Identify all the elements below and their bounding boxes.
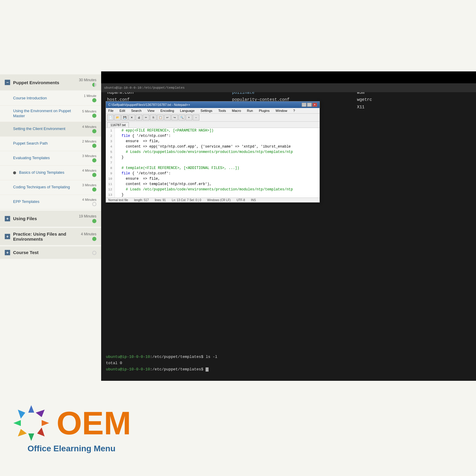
file-wgetrc: wgetrc — [357, 96, 470, 103]
lesson-evaluating-templates[interactable]: Evaluating Templates 3 Minutes — [0, 151, 101, 166]
section-meta-course-test — [92, 250, 96, 255]
lesson-progress-environment-puppet-master — [92, 114, 96, 118]
menu-search[interactable]: Search — [130, 109, 143, 113]
progress-dot-course-test — [92, 251, 96, 255]
menu-encoding[interactable]: Encoding — [159, 109, 175, 113]
maximize-button[interactable]: □ — [307, 103, 312, 107]
lesson-puppet-search-path[interactable]: Puppet Search Path 2 Minutes — [0, 137, 101, 151]
lesson-title-basics-using-templates: Basics of Using Templates — [19, 170, 80, 175]
section-puppet-environments[interactable]: − Puppet Environments 30 Minutes — [0, 74, 101, 90]
statusbar-ins: INS — [251, 198, 256, 202]
lesson-meta-course-introduction: 1 Minute — [84, 94, 96, 102]
lesson-epp-templates[interactable]: EPP Templates 4 Minutes — [0, 195, 101, 209]
tab-file[interactable]: 116787.txt — [107, 122, 129, 128]
notepad-titlebar: C:\SelfpathVpuppetFilesV136787/16787.txt… — [106, 101, 320, 108]
lesson-title-evaluating-templates: Evaluating Templates — [13, 156, 80, 161]
progress-dot-using-files — [92, 219, 96, 223]
toolbar-redo[interactable]: ↪ — [171, 115, 178, 120]
code-line-11: 11 content => template('ntp/ntp.conf.erb… — [106, 181, 320, 187]
lesson-time-epp-templates: 4 Minutes — [82, 198, 96, 201]
minimize-button[interactable]: _ — [302, 103, 306, 107]
section-course-test[interactable]: + Course Test — [0, 246, 101, 259]
code-line-3: 3 ensure => file, — [106, 139, 320, 144]
toggle-icon-using-files[interactable]: + — [5, 216, 10, 221]
lesson-course-introduction[interactable]: Course Introduction 1 Minute — [0, 91, 101, 106]
svg-marker-0 — [28, 405, 34, 413]
toolbar-zoom-in[interactable]: + — [186, 115, 192, 120]
logo-subtitle: Office Elearning Menu — [27, 444, 115, 453]
menu-run[interactable]: Run — [246, 109, 254, 113]
lesson-title-puppet-search-path: Puppet Search Path — [13, 141, 80, 146]
progress-dot-practice — [92, 237, 96, 241]
lesson-environment-puppet-master[interactable]: Using the Environment on Puppet Master 5… — [0, 106, 101, 122]
toggle-icon-course-test[interactable]: + — [5, 250, 10, 255]
lesson-meta-setting-client-environment: 4 Minutes — [82, 125, 96, 133]
toggle-icon-practice[interactable]: + — [5, 234, 10, 239]
lesson-basics-using-templates[interactable]: Basics of Using Templates 4 Minutes — [0, 166, 101, 180]
toolbar-new[interactable]: 📄 — [107, 115, 114, 120]
toolbar-cut[interactable]: ✂ — [143, 115, 149, 120]
lesson-time-environment-puppet-master: 5 Minutes — [82, 109, 96, 113]
logo-row: OEM — [12, 404, 131, 442]
close-button[interactable]: ✕ — [312, 103, 317, 107]
terminal-line-3: ubuntu@ip-10-0-0-10:/etc/puppet/template… — [106, 367, 471, 373]
terminal-bottom: ubuntu@ip-10-0-0-10:/etc/puppet/template… — [101, 351, 476, 381]
toolbar-copy[interactable]: ⎘ — [150, 115, 156, 120]
menu-view[interactable]: View — [146, 109, 156, 113]
section-time-puppet-environments: 30 Minutes — [79, 78, 96, 82]
lesson-meta-environment-puppet-master: 5 Minutes — [82, 109, 96, 118]
code-line-4: 4 content => epp('ntp/ntp.conf.epp', {'s… — [106, 144, 320, 149]
lesson-coding-techniques[interactable]: Coding Techniques of Templating 3 Minute… — [0, 180, 101, 195]
statusbar-encoding: UTF-8 — [237, 198, 245, 202]
toolbar-paste[interactable]: 📋 — [157, 115, 164, 120]
code-line-5: 5 # Loads /etc/puppetlabs/code/environme… — [106, 149, 320, 155]
menu-language[interactable]: Language — [179, 109, 196, 113]
toolbar-save[interactable]: 💾 — [121, 115, 128, 120]
toolbar-undo[interactable]: ↩ — [164, 115, 171, 120]
section-time-using-files: 19 Minutes — [79, 214, 96, 218]
titlebar-buttons: _ □ ✕ — [302, 103, 317, 107]
section-using-files[interactable]: + Using Files 19 Minutes — [0, 211, 101, 227]
menu-help[interactable]: ? — [292, 109, 296, 113]
lesson-title-setting-client-environment: Setting the Client Environment — [13, 126, 80, 131]
toolbar-print[interactable]: 🖨 — [136, 115, 142, 120]
menu-plugins[interactable]: Plugins — [258, 109, 271, 113]
lesson-time-basics-using-templates: 4 Minutes — [82, 169, 96, 172]
menu-window[interactable]: Window — [274, 109, 288, 113]
menu-tools[interactable]: Tools — [217, 109, 227, 113]
menu-macro[interactable]: Macro — [231, 109, 242, 113]
notepad-window: C:\SelfpathVpuppetFilesV136787/16787.txt… — [106, 101, 320, 203]
lesson-setting-client-environment[interactable]: Setting the Client Environment 4 Minutes — [0, 122, 101, 137]
code-line-12: 12 # Loads /etc/puppetlabs/code/environm… — [106, 187, 320, 192]
lesson-time-setting-client-environment: 4 Minutes — [82, 125, 96, 129]
svg-marker-1 — [36, 410, 45, 417]
oem-brand-text: OEM — [57, 407, 131, 439]
menu-edit[interactable]: Edit — [118, 109, 126, 113]
toolbar-close[interactable]: ✕ — [129, 115, 135, 120]
main-container: − Puppet Environments 30 Minutes Course … — [0, 0, 476, 476]
lesson-meta-puppet-search-path: 2 Minutes — [82, 140, 96, 148]
section-title-course-test: Course Test — [13, 250, 92, 255]
menu-settings[interactable]: Settings — [199, 109, 214, 113]
notepad-toolbar: 📄 📂 💾 ✕ 🖨 ✂ ⎘ 📋 ↩ ↪ 🔍 + − — [106, 114, 320, 122]
section-title-using-files: Using Files — [13, 216, 79, 221]
toolbar-zoom-out[interactable]: − — [193, 115, 199, 120]
toggle-icon-puppet-environments[interactable]: − — [5, 80, 10, 85]
lesson-meta-evaluating-templates: 3 Minutes — [82, 154, 96, 162]
section-title-puppet-environments: Puppet Environments — [13, 80, 79, 85]
terminal-line-2: total 0 — [106, 360, 471, 367]
logo-container: OEM Office Elearning Menu — [12, 404, 131, 453]
tab-bar: 116787.txt — [106, 122, 320, 128]
section-meta-puppet-environments: 30 Minutes — [79, 78, 96, 87]
section-practice[interactable]: + Practice: Using Files and Environments… — [0, 228, 101, 245]
svg-marker-2 — [42, 420, 49, 426]
toolbar-open[interactable]: 📂 — [114, 115, 121, 120]
section-title-practice: Practice: Using Files and Environments — [13, 231, 81, 242]
bullet-icon-basics — [13, 171, 16, 174]
terminal-title: ubuntu@ip-10-0-0-10:/etc/puppet/template… — [104, 86, 185, 90]
toolbar-find[interactable]: 🔍 — [178, 115, 185, 120]
terminal-line-1: ubuntu@ip-10-0-0-10:/etc/puppet/template… — [106, 354, 471, 360]
lesson-time-coding-techniques: 3 Minutes — [82, 183, 96, 187]
lesson-progress-course-introduction — [92, 98, 96, 102]
menu-file[interactable]: File — [107, 109, 115, 113]
